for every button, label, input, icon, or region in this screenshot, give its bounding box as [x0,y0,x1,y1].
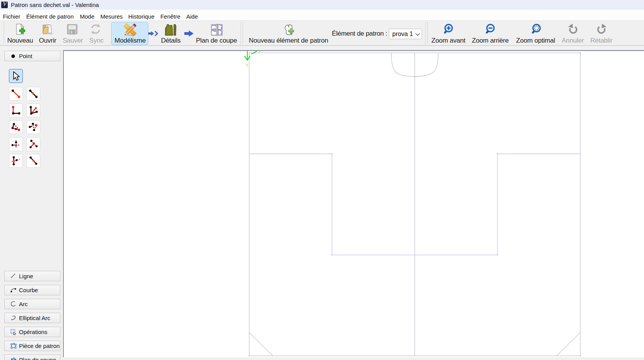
svg-text:Y: Y [246,63,249,67]
